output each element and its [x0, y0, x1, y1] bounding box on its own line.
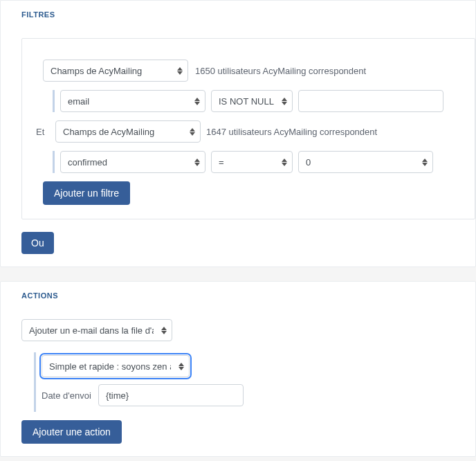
- filtres-panel: FILTRES Champs de AcyMailing 1650 utilis…: [0, 0, 476, 267]
- filter-source-select-1[interactable]: Champs de AcyMailing: [43, 60, 188, 82]
- filtres-title: FILTRES: [1, 1, 475, 26]
- action-config: Simple et rapide : soyons zen ave Date d…: [34, 352, 475, 412]
- date-envoi-label: Date d'envoi: [42, 390, 91, 401]
- action-email-select[interactable]: Simple et rapide : soyons zen ave: [42, 355, 190, 377]
- filter-condition-1: email IS NOT NULL: [53, 90, 461, 112]
- et-label: Et: [36, 127, 47, 137]
- filter-value-input-1[interactable]: [298, 90, 443, 112]
- action-type-select[interactable]: Ajouter un e-mail dans la file d'att: [21, 319, 172, 341]
- filter-operator-select-1[interactable]: IS NOT NULL: [211, 90, 293, 112]
- add-action-button[interactable]: Ajouter une action: [21, 420, 122, 444]
- actions-panel: ACTIONS Ajouter un e-mail dans la file d…: [0, 281, 476, 457]
- ou-button[interactable]: Ou: [21, 232, 54, 254]
- add-filter-button[interactable]: Ajouter un filtre: [43, 181, 130, 205]
- filter-field-select-2[interactable]: confirmed: [60, 151, 205, 173]
- actions-body: Ajouter un e-mail dans la file d'att Sim…: [1, 307, 475, 444]
- filter-condition-2: confirmed = 0: [53, 151, 461, 173]
- filter-source-select-2[interactable]: Champs de AcyMailing: [55, 120, 201, 143]
- filter-count-2: 1647 utilisateurs AcyMailing corresponde…: [206, 127, 377, 137]
- filter-group-2: Et Champs de AcyMailing 1647 utilisateur…: [36, 120, 461, 143]
- filter-field-select-1[interactable]: email: [60, 90, 205, 112]
- filter-operator-select-2[interactable]: =: [211, 151, 293, 173]
- filter-count-1: 1650 utilisateurs AcyMailing corresponde…: [195, 66, 366, 76]
- filter-group-1: Champs de AcyMailing 1650 utilisateurs A…: [43, 60, 461, 82]
- filters-block: Champs de AcyMailing 1650 utilisateurs A…: [21, 38, 475, 219]
- date-envoi-input[interactable]: [98, 384, 244, 406]
- filter-value-select-2[interactable]: 0: [298, 151, 433, 173]
- actions-title: ACTIONS: [1, 282, 475, 307]
